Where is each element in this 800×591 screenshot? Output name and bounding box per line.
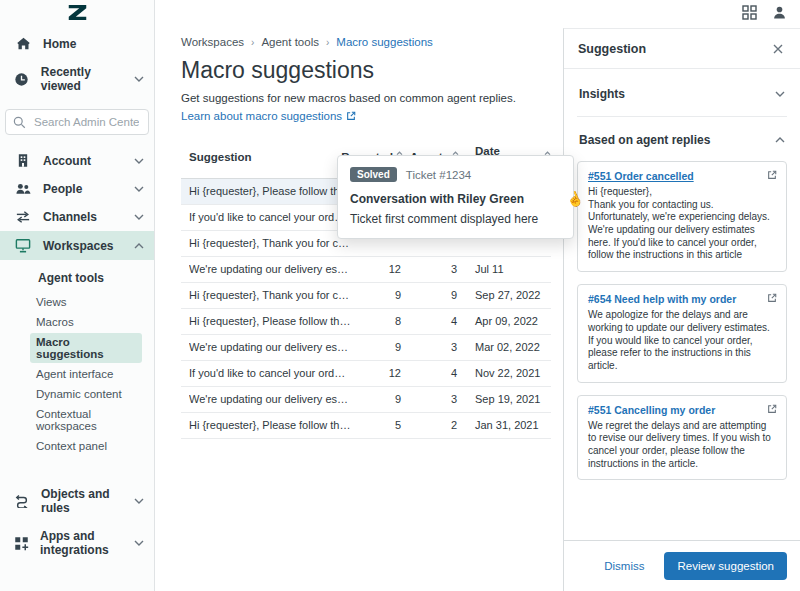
sidebar-item-label: Apps and integrations [40,529,123,557]
clock-icon [14,72,30,87]
ticket-link[interactable]: #551 Cancelling my order [588,404,776,416]
search-icon [13,116,26,129]
chevron-up-icon [775,137,785,143]
cell-repeated: 9 [357,289,405,301]
panel-header: Suggestion [564,29,800,69]
chevron-up-icon [134,243,144,249]
based-on-agent-replies-toggle[interactable]: Based on agent replies [577,130,787,150]
table-row[interactable]: Hi {requester}, Please follow the instru… [181,309,551,335]
breadcrumb-agent-tools[interactable]: Agent tools [261,36,319,48]
cell-suggestion: Hi {requester}, Thank you for contacting… [189,289,357,301]
cell-repeated: 12 [357,263,405,275]
user-avatar-icon[interactable] [772,5,787,20]
breadcrumb-separator-icon: › [326,37,329,48]
cell-suggestion: If you'd like to cancel your order, then… [189,367,357,379]
sidebar-item-recently-viewed[interactable]: Recently viewed [0,58,154,100]
cell-repeated: 12 [357,367,405,379]
sidebar-item-macro-suggestions[interactable]: Macro suggestions [30,333,142,363]
home-icon [14,36,32,51]
cell-repeated: 9 [357,341,405,353]
sidebar-item-home[interactable]: Home [0,29,154,58]
table-row[interactable]: Hi {requester}, Thank you for contacting… [181,283,551,309]
panel-title: Suggestion [578,42,646,56]
apps-grid-icon [14,536,29,551]
panel-body: Insights Based on agent replies #551 Ord… [564,69,800,502]
external-link-icon[interactable] [767,170,777,180]
sidebar: Home Recently viewed Account People [0,0,155,591]
zendesk-logo-icon [67,5,88,20]
cell-agents: 3 [405,263,461,275]
cell-repeated: 9 [357,393,405,405]
breadcrumb: Workspaces › Agent tools › Macro suggest… [181,36,551,48]
search-box [5,109,149,135]
panel-footer: Dismiss Review suggestion [564,540,800,591]
tooltip-title: Conversation with Riley Green [350,192,561,206]
cell-agents: 2 [405,419,461,431]
cell-suggestion: Hi {requester}, Thank you for contacting… [189,237,357,249]
table-row[interactable]: We're updating our delivery estimates h.… [181,387,551,413]
insights-section-toggle[interactable]: Insights [577,84,787,104]
sidebar-item-macros[interactable]: Macros [30,313,142,331]
sidebar-item-agent-interface[interactable]: Agent interface [30,365,142,383]
sidebar-item-context-panel[interactable]: Context panel [30,437,142,455]
sidebar-item-workspaces[interactable]: Workspaces [0,231,154,260]
review-suggestion-button[interactable]: Review suggestion [664,552,787,580]
app-launcher-grid-icon[interactable] [742,5,757,20]
sidebar-item-views[interactable]: Views [30,293,142,311]
sidebar-item-account[interactable]: Account [0,146,154,175]
close-icon[interactable] [771,42,785,56]
cell-agents: 4 [405,315,461,327]
tooltip-body: Ticket first comment displayed here [350,212,561,226]
sidebar-item-people[interactable]: People [0,175,154,203]
ticket-link[interactable]: #654 Need help with my order [588,293,776,305]
sidebar-item-label: Home [43,37,76,51]
cell-agents: 3 [405,341,461,353]
agent-reply-cards: #551 Order cancelled Hi {requester}, Tha… [577,161,787,480]
table-row[interactable]: Hi {requester}, Please follow the instru… [181,413,551,439]
table-row[interactable]: We're updating our delivery estimates h.… [181,335,551,361]
sidebar-item-objects-and-rules[interactable]: Objects and rules [0,480,154,522]
cell-suggestion: We're updating our delivery estimates h.… [189,263,357,275]
sidebar-item-contextual-workspaces[interactable]: Contextual workspaces [30,405,142,435]
cell-date: Apr 09, 2022 [461,315,551,327]
chevron-down-icon [134,214,144,220]
breadcrumb-macro-suggestions[interactable]: Macro suggestions [336,36,433,48]
cell-date: Sep 27, 2022 [461,289,551,301]
external-link-icon[interactable] [767,293,777,303]
topbar [742,5,787,20]
sidebar-item-dynamic-content[interactable]: Dynamic content [30,385,142,403]
ticket-reply-card: #551 Order cancelled Hi {requester}, Tha… [577,161,787,272]
cell-date: Mar 02, 2022 [461,341,551,353]
section-divider [577,116,787,117]
chevron-down-icon [134,186,144,192]
reply-text: Hi {requester}, Thank you for contacting… [588,186,776,262]
sidebar-item-apps-and-integrations[interactable]: Apps and integrations [0,522,154,564]
zendesk-logo[interactable] [0,0,154,29]
dismiss-button[interactable]: Dismiss [592,553,656,579]
workspaces-subnav: Agent tools Views Macros Macro suggestio… [0,260,154,460]
cell-suggestion: If you'd like to cancel your order, then… [189,211,357,223]
building-icon [14,153,32,168]
breadcrumb-workspaces[interactable]: Workspaces [181,36,244,48]
search-input[interactable] [32,115,141,129]
page-title: Macro suggestions [181,57,551,84]
table-row[interactable]: We're updating our delivery estimates h.… [181,257,551,283]
cell-date: Jul 11 [461,263,551,275]
chevron-down-icon [134,76,144,82]
table-row[interactable]: If you'd like to cancel your order, then… [181,361,551,387]
chevron-down-icon [134,540,144,546]
learn-about-macro-suggestions-link[interactable]: Learn about macro suggestions [181,110,356,122]
chevron-down-icon [775,91,785,97]
reply-text: We regret the delays and are attempting … [588,420,776,471]
column-header-suggestion[interactable]: Suggestion [189,145,357,169]
cell-suggestion: Hi {requester}, Please follow the instru… [189,419,357,431]
ticket-link[interactable]: #551 Order cancelled [588,170,776,182]
people-icon [14,182,32,196]
cell-date: Jan 31, 2021 [461,419,551,431]
learn-link-label: Learn about macro suggestions [181,110,342,122]
chevron-down-icon [134,498,144,504]
external-link-icon[interactable] [767,404,777,414]
sidebar-item-channels[interactable]: Channels [0,203,154,231]
cell-date: Nov 22, 2021 [461,367,551,379]
cell-suggestion: We're updating our delivery estimates h.… [189,393,357,405]
